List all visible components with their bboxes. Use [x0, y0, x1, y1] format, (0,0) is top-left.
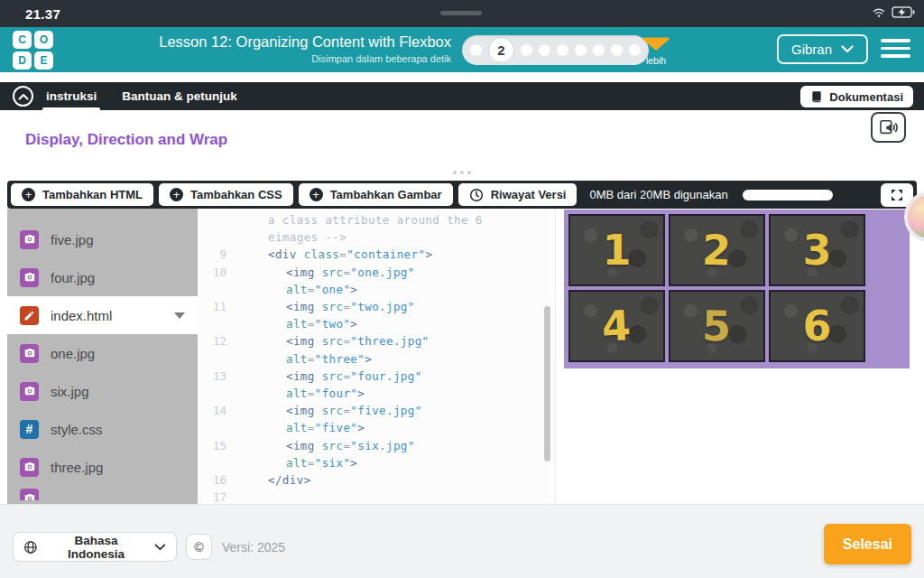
logo-letter: E	[34, 51, 53, 70]
version-history-button[interactable]: Riwayat Versi	[458, 183, 578, 206]
workspace: five.jpg four.jpg index.html one.jpg six…	[7, 209, 917, 504]
code-lines: a class attribute around the 6eimages --…	[198, 211, 555, 506]
code-text: a class attribute around the 6	[236, 213, 483, 227]
preview-pane: 123456	[556, 209, 917, 504]
documentation-button[interactable]: Dokumentasi	[800, 86, 913, 107]
finish-button[interactable]: Selesai	[824, 524, 911, 564]
instruction-panel: Display, Direction and Wrap	[0, 110, 924, 167]
file-item-partial[interactable]	[7, 486, 198, 500]
instruction-heading: Display, Direction and Wrap	[25, 131, 924, 149]
line-number: 9	[198, 247, 226, 261]
tab-help[interactable]: Bantuan & petunjuk	[109, 82, 250, 110]
progress-steps[interactable]: 2	[462, 35, 649, 65]
image-file-icon	[20, 344, 39, 363]
code-editor[interactable]: a class attribute around the 6eimages --…	[198, 209, 556, 504]
copyright-button[interactable]: ©	[186, 534, 212, 560]
line-number: 16	[198, 473, 226, 487]
grabber-handle	[440, 11, 482, 15]
code-text: eimages -->	[236, 230, 346, 244]
file-item-one.jpg[interactable]: one.jpg	[7, 334, 198, 372]
preview-flex-container: 123456	[564, 210, 910, 368]
file-name: three.jpg	[51, 460, 103, 475]
progress-dot	[611, 44, 623, 56]
progress-dot	[470, 44, 482, 56]
file-name: index.html	[51, 308, 112, 323]
logo-letter: O	[34, 31, 53, 49]
editor-toolbar: + Tambahkan HTML + Tambahkan CSS + Tamba…	[7, 181, 917, 209]
file-name: four.jpg	[51, 270, 95, 285]
add-html-button[interactable]: + Tambahkan HTML	[11, 183, 153, 206]
code-line: 14<img src="five.jpg"	[198, 402, 555, 419]
code-text: alt="three">	[236, 352, 372, 366]
add-css-button[interactable]: + Tambahkan CSS	[159, 183, 293, 206]
code-line: 9<div class="container">	[198, 246, 555, 263]
expand-icon	[890, 188, 904, 202]
image-file-icon	[20, 489, 39, 500]
preview-image-5: 5	[669, 290, 765, 362]
status-bar: 21.37	[0, 0, 924, 27]
code-line: 13<img src="four.jpg"	[198, 368, 555, 385]
progress-dot	[575, 44, 587, 56]
app-header: C O D E Lesson 12: Organizing Content wi…	[0, 27, 924, 72]
code-text: <img src="two.jpg"	[236, 300, 415, 313]
chevron-down-icon	[841, 45, 854, 53]
panel-resize-handle[interactable]	[453, 171, 471, 174]
preview-number: 1	[602, 226, 631, 275]
file-item-five.jpg[interactable]: five.jpg	[7, 220, 198, 258]
preview-number: 3	[802, 226, 831, 275]
file-name: one.jpg	[51, 346, 95, 361]
plus-icon: +	[310, 188, 323, 201]
code-text: alt="five">	[236, 421, 365, 434]
code-line: a class attribute around the 6	[198, 211, 555, 228]
plus-icon: +	[170, 188, 183, 201]
file-item-four.jpg[interactable]: four.jpg	[7, 258, 198, 296]
file-item-three.jpg[interactable]: three.jpg	[7, 448, 198, 486]
hamburger-menu-icon[interactable]	[881, 39, 910, 58]
file-item-index.html[interactable]: index.html	[7, 296, 198, 334]
preview-number: 4	[601, 301, 633, 351]
code-text: <div class="container">	[236, 247, 432, 261]
code-text: <img src="one.jpg"	[236, 266, 415, 279]
globe-icon	[23, 540, 38, 555]
file-dropdown-caret[interactable]	[174, 312, 185, 319]
app-window: 21.37 C O D E Lesson 12: Organizing Cont…	[0, 0, 924, 578]
code-text: <img src="five.jpg"	[236, 404, 422, 417]
line-number: 12	[198, 334, 226, 348]
footer-bar: Bahasa Indonesia © Versi: 2025	[0, 504, 924, 578]
add-css-label: Tambahkan CSS	[190, 188, 282, 201]
storage-usage-text: 0MB dari 20MB digunakan	[589, 188, 727, 201]
language-label: Bahasa Indonesia	[45, 534, 147, 561]
preview-image-2: 2	[669, 214, 765, 286]
code-text: <img src="four.jpg"	[236, 369, 422, 383]
progress-current-step: 2	[488, 37, 514, 63]
plus-icon: +	[22, 188, 35, 201]
preview-image-3: 3	[769, 214, 865, 286]
more-label: lebih	[640, 55, 672, 66]
preview-number: 2	[702, 225, 733, 275]
tab-instructions[interactable]: instruksi	[33, 82, 109, 110]
file-item-style.css[interactable]: # style.css	[7, 410, 198, 448]
clock-icon	[469, 188, 484, 202]
read-aloud-button[interactable]	[871, 112, 906, 143]
add-image-button[interactable]: + Tambahkan Gambar	[299, 183, 453, 206]
code-text: <img src="three.jpg"	[236, 334, 430, 348]
line-number: 10	[198, 266, 226, 279]
code-line: alt="four">	[198, 385, 555, 402]
code-line: 16</div>	[198, 471, 555, 489]
code-line: 12<img src="three.jpg"	[198, 332, 555, 350]
file-name: style.css	[51, 422, 103, 437]
progress-dot	[593, 44, 605, 56]
clock-time: 21.37	[25, 6, 60, 22]
collapse-chevron-icon[interactable]	[13, 86, 33, 107]
line-number: 14	[198, 404, 226, 417]
progress-dot	[539, 44, 550, 56]
file-item-six.jpg[interactable]: six.jpg	[7, 372, 198, 410]
editor-scrollbar[interactable]	[544, 306, 550, 461]
code-text: alt="one">	[236, 283, 357, 296]
code-line: 11<img src="two.jpg"	[198, 298, 555, 315]
preview-number: 6	[802, 302, 831, 350]
code-text: alt="two">	[236, 317, 357, 331]
user-menu-button[interactable]: Gibran	[777, 34, 868, 64]
language-select[interactable]: Bahasa Indonesia	[13, 532, 177, 562]
more-steps[interactable]: lebih	[640, 37, 672, 66]
